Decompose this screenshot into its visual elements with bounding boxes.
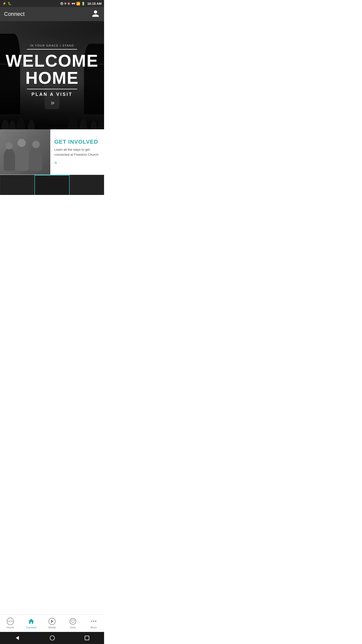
hero-content: IN YOUR GRACE I STAND WELCOME HOME PLAN … bbox=[1, 44, 103, 107]
person-shape-3 bbox=[30, 147, 42, 171]
time-display: 10:15 AM bbox=[87, 2, 102, 6]
get-involved-arrow[interactable]: » bbox=[54, 159, 100, 165]
status-bar-left: ⚡ 🐛 bbox=[3, 2, 12, 5]
signal-icon: 📶 bbox=[76, 2, 80, 6]
bluetooth-icon: ⦿ bbox=[60, 2, 63, 6]
get-involved-description: Learn all the ways to get connected at F… bbox=[54, 147, 100, 157]
person-icon bbox=[92, 10, 100, 18]
mute-icon: 🔇 bbox=[67, 2, 71, 5]
preview-item-1 bbox=[0, 175, 34, 195]
plan-a-visit-arrow[interactable]: » bbox=[6, 99, 98, 107]
status-bar: ⚡ 🐛 ⦿ N 🔇 ▾▾ 📶 🔋 10:15 AM bbox=[0, 0, 104, 7]
preview-band bbox=[0, 175, 104, 195]
hero-title-line2: HOME bbox=[6, 69, 98, 86]
person-shape-1 bbox=[4, 148, 15, 171]
person-shape-2 bbox=[15, 146, 29, 171]
app-bar-title: Connect bbox=[4, 11, 25, 17]
wifi-icon: ▾▾ bbox=[72, 2, 75, 6]
hero-line-top bbox=[27, 49, 77, 50]
hero-banner[interactable]: IN YOUR GRACE I STAND WELCOME HOME PLAN … bbox=[0, 21, 104, 129]
battery-icon: 🔋 bbox=[81, 2, 85, 6]
bug-icon: 🐛 bbox=[8, 2, 12, 5]
status-bar-right: ⦿ N 🔇 ▾▾ 📶 🔋 10:15 AM bbox=[60, 2, 102, 6]
hero-title-line1: WELCOME bbox=[6, 52, 98, 69]
get-involved-title: GET INVOLVED bbox=[54, 139, 100, 145]
hero-title: WELCOME HOME bbox=[6, 52, 98, 86]
avatar-icon bbox=[92, 10, 100, 19]
brick-texture bbox=[0, 129, 50, 144]
get-involved-section[interactable]: GET INVOLVED Learn all the ways to get c… bbox=[0, 129, 104, 175]
hero-subtitle: IN YOUR GRACE I STAND bbox=[6, 44, 98, 47]
nfc-icon: N bbox=[64, 2, 66, 5]
hero-line-bottom bbox=[27, 89, 77, 89]
preview-item-3 bbox=[70, 175, 104, 195]
app-bar: Connect bbox=[0, 7, 104, 21]
get-involved-image bbox=[0, 129, 50, 175]
plan-a-visit-label: PLAN A VISIT bbox=[6, 92, 98, 97]
usb-icon: ⚡ bbox=[3, 2, 6, 5]
get-involved-text: GET INVOLVED Learn all the ways to get c… bbox=[50, 129, 104, 175]
preview-band-inner bbox=[0, 175, 104, 195]
profile-button[interactable] bbox=[91, 10, 100, 19]
preview-item-2 bbox=[34, 175, 69, 195]
